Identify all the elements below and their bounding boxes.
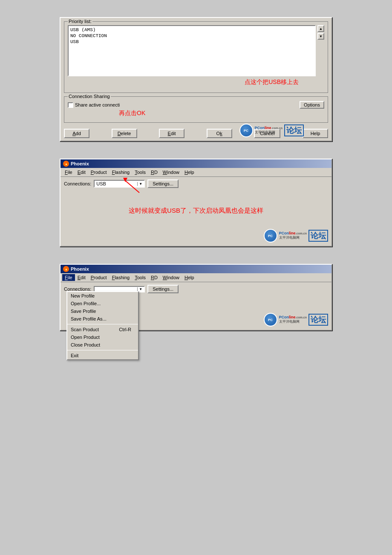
menu-new-profile[interactable]: New Profile — [67, 292, 138, 300]
file-dropdown-menu: New Profile Open Profile... Save Profile… — [66, 291, 139, 360]
annotation-area-1: 点这个把USB移上去 — [68, 76, 324, 89]
connection-sharing-group: Connection Sharing Share active connecti… — [64, 96, 328, 123]
settings-button-3[interactable]: Settings... — [147, 285, 179, 293]
pconline-subtitle-3: 太平洋电脑网 — [279, 319, 307, 324]
phoenix-icon-3: 🔥 — [63, 266, 69, 272]
scan-product-shortcut: Ctrl-R — [119, 327, 131, 332]
menu-help-2[interactable]: Help — [182, 169, 197, 176]
share-row: Share active connecti Options — [68, 101, 324, 109]
menu-open-product[interactable]: Open Product — [67, 333, 138, 341]
menu-tools-2[interactable]: Tools — [132, 169, 148, 176]
separator-1 — [67, 324, 138, 324]
scroll-up-button[interactable]: ▲ — [317, 25, 324, 32]
watermark-panel3: PC PConline.com.cn 太平洋电脑网 论坛 — [264, 313, 328, 327]
pconline-subtitle-2: 太平洋电脑网 — [279, 235, 307, 240]
menu-open-profile[interactable]: Open Profile... — [67, 300, 138, 307]
main-content-2: 这时候就变成USB了，下次启动凤凰也会是这样 PC PConline.com.c… — [61, 191, 331, 246]
priority-listbox[interactable]: USB (AMS) NO CONNECTION USB — [68, 25, 316, 76]
pconline-logo-2: PC — [264, 229, 277, 243]
pconline-text-group-2: PConline.com.cn 太平洋电脑网 — [279, 231, 307, 240]
watermark-panel1: PC PConline.com.cn 太平洋电脑网 论坛 — [239, 124, 304, 137]
list-item[interactable]: USB — [69, 39, 314, 45]
priority-list-area: USB (AMS) NO CONNECTION USB ▲ ▼ — [68, 25, 324, 76]
scroll-buttons: ▲ ▼ — [317, 25, 324, 76]
combo-arrow-3: ▼ — [137, 287, 142, 291]
svg-line-0 — [124, 180, 139, 193]
menu-flashing-2[interactable]: Flashing — [110, 169, 133, 176]
menu-save-profile-as[interactable]: Save Profile As... — [67, 315, 138, 323]
title-bar-2: 🔥 Phoenix — [61, 159, 331, 168]
bottom-buttons-row: Add Delete Edit Ok Cancel Help PC PConli… — [61, 126, 331, 141]
menu-edit-2[interactable]: Edit — [75, 169, 88, 176]
pconline-logo-3: PC — [264, 313, 277, 327]
window-title-3: Phoenix — [71, 266, 89, 272]
phoenix-panel-3-wrapper: 🔥 Phoenix File Edit Product Flashing Too… — [60, 264, 332, 331]
phoenix-panel-3: 🔥 Phoenix File Edit Product Flashing Too… — [60, 264, 332, 331]
scroll-down-button[interactable]: ▼ — [317, 33, 324, 40]
priority-list-label: Priority list: — [68, 19, 92, 24]
annotation-area-2: 再点击OK — [68, 109, 324, 121]
scan-product-row: Scan Product Ctrl-R — [71, 327, 131, 332]
share-label: Share active connecti — [75, 102, 120, 107]
connection-sharing-label: Connection Sharing — [68, 94, 111, 99]
menu-product-3[interactable]: Product — [88, 274, 110, 281]
menu-window-2[interactable]: Window — [160, 169, 182, 176]
connections-value-2: USB — [96, 181, 106, 186]
menu-product-2[interactable]: Product — [88, 169, 110, 176]
pconline-subtitle: 太平洋电脑网 — [255, 130, 282, 135]
pconline-name-2: PConline.com.cn — [279, 231, 307, 236]
pconline-text-group-3: PConline.com.cn 太平洋电脑网 — [279, 315, 307, 324]
pconline-name-3: PConline.com.cn — [279, 315, 307, 320]
menu-scan-product[interactable]: Scan Product Ctrl-R — [67, 326, 138, 333]
menu-bar-2: File Edit Product Flashing Tools RD Wind… — [61, 168, 331, 177]
pconline-name: PConline.com.cn — [255, 126, 282, 130]
pconline-text-group: PConline.com.cn 太平洋电脑网 — [255, 126, 282, 135]
menu-rd-3[interactable]: RD — [148, 274, 160, 281]
add-button[interactable]: Add — [64, 129, 89, 138]
menu-close-product[interactable]: Close Product — [67, 341, 138, 349]
pconline-forum-2: 论坛 — [308, 230, 328, 242]
priority-list-dialog: Priority list: USB (AMS) NO CONNECTION U… — [60, 17, 332, 142]
settings-button-2[interactable]: Settings... — [147, 179, 179, 188]
edit-button[interactable]: Edit — [159, 129, 184, 138]
window-title-2: Phoenix — [71, 161, 89, 166]
annotation-text-1: 点这个把USB移上去 — [245, 78, 299, 86]
menu-file-2[interactable]: File — [62, 169, 75, 176]
list-item[interactable]: USB (AMS) — [69, 27, 314, 33]
phoenix-icon-2: 🔥 — [63, 161, 69, 167]
menu-help-3[interactable]: Help — [182, 274, 197, 281]
annotation-panel2: 这时候就变成USB了，下次启动凤凰也会是这样 — [64, 194, 328, 215]
connections-label-2: Connections: — [64, 181, 91, 186]
list-item[interactable]: NO CONNECTION — [69, 33, 314, 39]
ok-button[interactable]: Ok — [207, 129, 232, 138]
menu-window-3[interactable]: Window — [160, 274, 182, 281]
pconline-forum-3: 论坛 — [308, 314, 328, 326]
options-button[interactable]: Options — [300, 101, 324, 109]
menu-bar-3: File Edit Product Flashing Tools RD Wind… — [61, 273, 331, 282]
menu-rd-2[interactable]: RD — [148, 169, 160, 176]
toolbar-row-2: Connections: USB ▼ Settings... — [61, 177, 331, 191]
menu-save-profile[interactable]: Save Profile — [67, 307, 138, 315]
pconline-logo: PC — [239, 124, 253, 137]
priority-list-group: Priority list: USB (AMS) NO CONNECTION U… — [64, 21, 328, 93]
title-bar-3: 🔥 Phoenix — [61, 265, 331, 273]
menu-edit-3[interactable]: Edit — [75, 274, 88, 281]
separator-2 — [67, 350, 138, 350]
phoenix-panel-2: 🔥 Phoenix File Edit Product Flashing Too… — [60, 159, 332, 247]
pconline-forum-label: 论坛 — [284, 124, 304, 136]
delete-button[interactable]: Delete — [112, 129, 137, 138]
help-button[interactable]: Help — [303, 129, 328, 138]
scan-product-label: Scan Product — [71, 327, 99, 332]
annotation-text-2: 再点击OK — [119, 110, 145, 117]
menu-exit[interactable]: Exit — [67, 352, 138, 359]
watermark-panel2: PC PConline.com.cn 太平洋电脑网 论坛 — [264, 229, 328, 243]
arrow-indicator — [120, 178, 146, 196]
menu-file-3[interactable]: File — [62, 274, 75, 281]
menu-flashing-3[interactable]: Flashing — [110, 274, 133, 281]
annotation-text-panel2: 这时候就变成USB了，下次启动凤凰也会是这样 — [129, 207, 263, 214]
share-checkbox[interactable] — [68, 102, 73, 108]
menu-tools-3[interactable]: Tools — [132, 274, 148, 281]
